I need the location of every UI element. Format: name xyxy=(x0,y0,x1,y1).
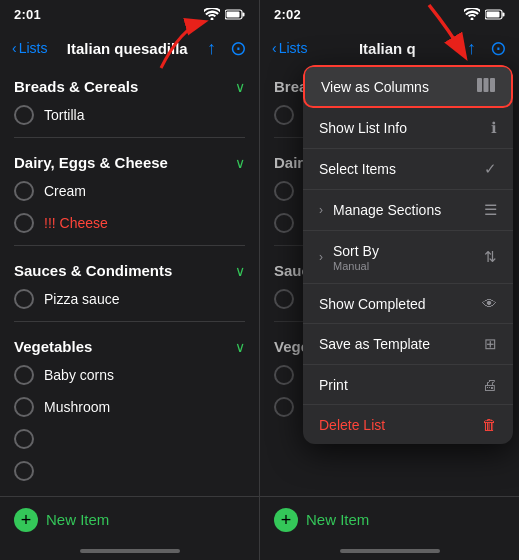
svg-rect-2 xyxy=(227,11,240,17)
nav-bar-right: ‹ Lists Italian q ↑ ⊙ xyxy=(260,28,519,68)
checkmark-circle-icon: ✓ xyxy=(484,160,497,178)
item-label: Tortilla xyxy=(44,107,84,123)
print-icon: 🖨 xyxy=(482,376,497,393)
section-title-sauces-left: Sauces & Condiments xyxy=(14,262,172,279)
chevron-sauces-left[interactable]: ∨ xyxy=(235,263,245,279)
item-checkbox[interactable] xyxy=(14,365,34,385)
plus-icon-right: + xyxy=(274,508,298,532)
list-item: Cream xyxy=(0,175,259,207)
home-indicator-left xyxy=(0,542,259,560)
home-bar-left xyxy=(80,549,180,553)
menu-item-view-as-columns[interactable]: View as Columns xyxy=(303,65,513,108)
footer-left: + New Item xyxy=(0,496,259,542)
battery-icon-left xyxy=(225,9,245,20)
item-checkbox[interactable] xyxy=(274,397,294,417)
share-button-right[interactable]: ↑ xyxy=(467,38,476,59)
section-header-dairy-left: Dairy, Eggs & Cheese ∨ xyxy=(0,144,259,175)
item-checkbox[interactable] xyxy=(274,181,294,201)
menu-item-left: › Sort By Manual xyxy=(319,242,379,272)
list-icon: ☰ xyxy=(484,201,497,219)
menu-item-label: Sort By xyxy=(333,243,379,259)
item-checkbox[interactable] xyxy=(274,365,294,385)
item-checkbox[interactable] xyxy=(14,397,34,417)
back-button-left[interactable]: ‹ Lists xyxy=(12,40,47,56)
svg-rect-6 xyxy=(477,78,482,92)
svg-rect-8 xyxy=(490,78,495,92)
menu-item-sublabel: Manual xyxy=(333,260,379,272)
list-item xyxy=(0,455,259,487)
menu-item-print[interactable]: Print 🖨 xyxy=(303,365,513,405)
chevron-left-icon: ‹ xyxy=(272,40,277,56)
menu-item-manage-sections[interactable]: › Manage Sections ☰ xyxy=(303,190,513,231)
time-right: 2:02 xyxy=(274,7,301,22)
list-content-left: Breads & Cereals ∨ Tortilla Dairy, Eggs … xyxy=(0,68,259,496)
menu-button-right[interactable]: ⊙ xyxy=(490,36,507,60)
back-label-right: Lists xyxy=(279,40,308,56)
section-header-sauces-left: Sauces & Condiments ∨ xyxy=(0,252,259,283)
item-label: Mushroom xyxy=(44,399,110,415)
time-left: 2:01 xyxy=(14,7,41,22)
sort-icon: ⇅ xyxy=(484,248,497,266)
svg-rect-7 xyxy=(484,78,489,92)
nav-actions-right: ↑ ⊙ xyxy=(467,36,507,60)
item-checkbox[interactable] xyxy=(14,461,34,481)
list-item: Pizza sauce xyxy=(0,283,259,315)
item-checkbox[interactable] xyxy=(274,289,294,309)
sort-by-labels: Sort By Manual xyxy=(333,242,379,272)
item-checkbox[interactable] xyxy=(14,105,34,125)
back-button-right[interactable]: ‹ Lists xyxy=(272,40,307,56)
back-label-left: Lists xyxy=(19,40,48,56)
columns-icon xyxy=(477,78,495,95)
divider xyxy=(14,137,245,138)
divider xyxy=(14,245,245,246)
list-item: Mushroom xyxy=(0,391,259,423)
chevron-dairy-left[interactable]: ∨ xyxy=(235,155,245,171)
nav-title-left: Italian quesadilla xyxy=(67,40,188,57)
item-checkbox[interactable] xyxy=(274,105,294,125)
new-item-button-left[interactable]: + New Item xyxy=(14,508,109,532)
nav-bar-left: ‹ Lists Italian quesadilla ↑ ⊙ xyxy=(0,28,259,68)
chevron-vegs-left[interactable]: ∨ xyxy=(235,339,245,355)
status-icons-right xyxy=(464,8,505,20)
template-icon: ⊞ xyxy=(484,335,497,353)
nav-actions-left: ↑ ⊙ xyxy=(207,36,247,60)
submenu-chevron-icon: › xyxy=(319,250,323,264)
item-checkbox[interactable] xyxy=(14,181,34,201)
menu-item-save-as-template[interactable]: Save as Template ⊞ xyxy=(303,324,513,365)
item-label: Baby corns xyxy=(44,367,114,383)
menu-item-label: Save as Template xyxy=(319,336,430,352)
item-label: Pizza sauce xyxy=(44,291,119,307)
item-checkbox[interactable] xyxy=(274,213,294,233)
menu-item-label: Print xyxy=(319,377,348,393)
section-header-vegs-left: Vegetables ∨ xyxy=(0,328,259,359)
trash-icon: 🗑 xyxy=(482,416,497,433)
nav-title-right: Italian q xyxy=(359,40,416,57)
wifi-icon-left xyxy=(204,8,220,20)
menu-item-delete-list[interactable]: Delete List 🗑 xyxy=(303,405,513,444)
menu-item-show-completed[interactable]: Show Completed 👁 xyxy=(303,284,513,324)
right-panel: 2:02 ‹ Lists Italian q ↑ ⊙ xyxy=(260,0,519,560)
menu-item-show-list-info[interactable]: Show List Info ℹ xyxy=(303,108,513,149)
item-checkbox[interactable] xyxy=(14,213,34,233)
section-header-breads-left: Breads & Cereals ∨ xyxy=(0,68,259,99)
menu-item-label: Delete List xyxy=(319,417,385,433)
menu-item-label: Show List Info xyxy=(319,120,407,136)
menu-item-select-items[interactable]: Select Items ✓ xyxy=(303,149,513,190)
item-checkbox[interactable] xyxy=(14,429,34,449)
chevron-left-icon: ‹ xyxy=(12,40,17,56)
divider xyxy=(14,321,245,322)
chevron-breads-left[interactable]: ∨ xyxy=(235,79,245,95)
item-checkbox[interactable] xyxy=(14,289,34,309)
share-button-left[interactable]: ↑ xyxy=(207,38,216,59)
new-item-button-right[interactable]: + New Item xyxy=(274,508,369,532)
home-indicator-right xyxy=(260,542,519,560)
wifi-icon-right xyxy=(464,8,480,20)
menu-item-label: Select Items xyxy=(319,161,396,177)
menu-item-label: Manage Sections xyxy=(333,202,441,218)
list-item: !!! Cheese xyxy=(0,207,259,239)
menu-item-sort-by[interactable]: › Sort By Manual ⇅ xyxy=(303,231,513,284)
home-bar-right xyxy=(340,549,440,553)
item-label: Cream xyxy=(44,183,86,199)
menu-button-left[interactable]: ⊙ xyxy=(230,36,247,60)
footer-right: + New Item xyxy=(260,496,519,542)
